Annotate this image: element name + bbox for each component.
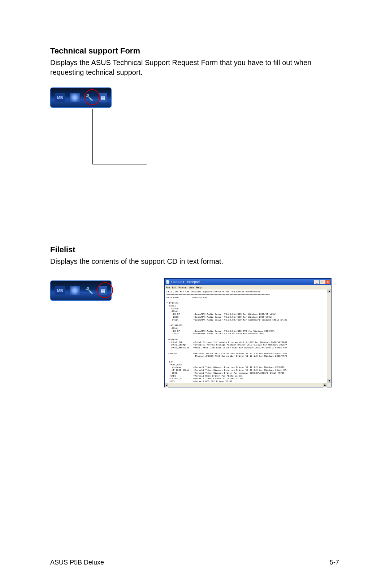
menu-help[interactable]: Help [196,286,202,289]
notepad-menubar[interactable]: File Edit Format View Help [165,285,331,289]
menu-file[interactable]: File [166,286,170,289]
maximize-button[interactable]: □ [320,280,325,284]
notepad-titlebar[interactable]: 📄 FILELIST - Notepad _ □ ✕ [165,279,331,285]
document-icon[interactable]: ▤ [99,286,107,295]
close-button[interactable]: ✕ [325,280,330,284]
footer-product-name: ASUS P5B Deluxe [50,559,104,566]
cd-icon[interactable] [70,286,80,295]
toolbar-figure-2: MB 🔧 ▤ [50,280,112,302]
support-cd-toolbar: MB 🔧 ▤ [50,87,112,108]
notepad-icon: 📄 [166,280,170,284]
mb-icon[interactable]: MB [55,93,65,102]
section-body-technical-support: Displays the ASUS Technical Support Requ… [50,58,339,77]
notepad-window: 📄 FILELIST - Notepad _ □ ✕ File Edit For… [164,278,332,387]
footer-page-number: 5-7 [330,559,339,566]
vertical-scrollbar[interactable] [327,289,331,383]
menu-format[interactable]: Format [178,286,186,289]
notepad-content[interactable]: File list for the included support softw… [165,289,331,383]
mb-icon[interactable]: MB [55,286,65,295]
section-body-filelist: Displays the contents of the support CD … [50,257,223,266]
notepad-title-text: FILELIST - Notepad [171,280,200,284]
support-cd-toolbar: MB 🔧 ▤ [50,280,112,301]
menu-view[interactable]: View [189,286,194,289]
connector-line [92,164,147,164]
connector-line [105,332,164,332]
menu-edit[interactable]: Edit [172,286,176,289]
wrench-icon[interactable]: 🔧 [84,286,94,295]
connector-line [92,109,93,164]
minimize-button[interactable]: _ [314,280,319,284]
wrench-icon[interactable]: 🔧 [84,93,94,102]
section-title-technical-support: Technical support Form [50,46,339,56]
toolbar-figure-1: MB 🔧 ▤ [50,87,112,109]
cd-icon[interactable] [70,93,80,102]
horizontal-scrollbar[interactable] [165,383,331,387]
connector-line [105,303,105,332]
document-icon[interactable]: ▤ [99,93,107,102]
section-title-filelist: Filelist [50,245,223,254]
